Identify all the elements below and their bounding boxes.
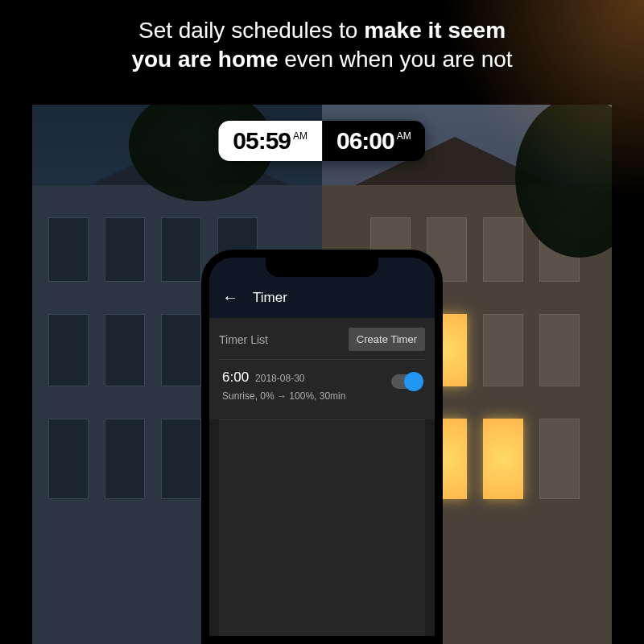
time-after: 06:00 AM: [322, 121, 426, 161]
timer-date: 2018-08-30: [255, 373, 304, 384]
promo-headline: Set daily schedules to make it seem you …: [0, 16, 644, 75]
time-comparison-pill: 05:59 AM 06:00 AM: [218, 121, 425, 161]
timer-time: 6:00: [222, 369, 249, 386]
back-icon[interactable]: ←: [222, 288, 238, 307]
create-timer-button[interactable]: Create Timer: [349, 328, 425, 351]
time-before: 05:59 AM: [218, 121, 322, 161]
timer-list-item[interactable]: 6:00 2018-08-30 Sunrise, 0% → 100%, 30mi…: [219, 359, 425, 410]
phone-notch: [266, 258, 378, 277]
phone-mockup: ← Timer Timer List Create Timer 6:00 201…: [201, 250, 443, 644]
timer-toggle[interactable]: [391, 374, 422, 389]
list-title: Timer List: [219, 333, 268, 346]
timer-detail: Sunrise, 0% → 100%, 30min: [222, 390, 422, 402]
app-title: Timer: [253, 290, 287, 306]
